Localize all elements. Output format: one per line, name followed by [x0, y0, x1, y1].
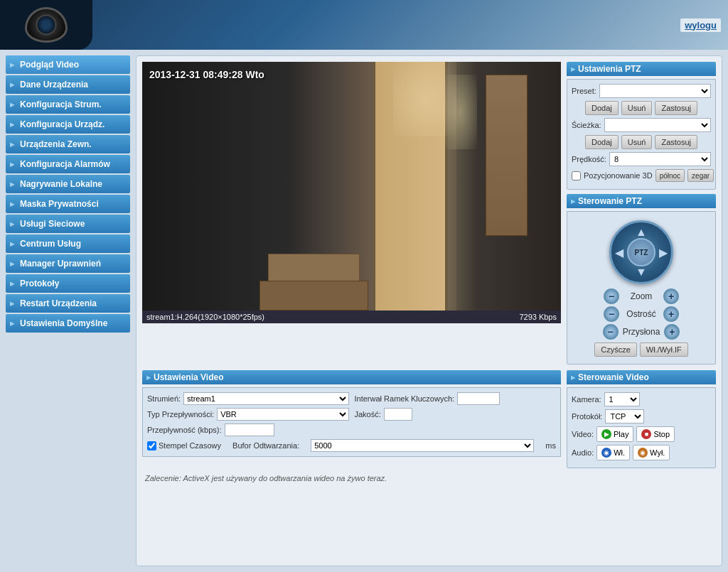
video-settings-body: Strumień: stream1 Interwał Ramek Kluczow…	[142, 387, 561, 457]
audio-on-icon: ◉	[601, 448, 611, 458]
main-container: Podgląd Video Dane Urządzenia Konfigurac…	[0, 50, 728, 572]
stop-icon: ■	[641, 429, 651, 439]
stream-select[interactable]: stream1	[183, 392, 348, 405]
video-control: Sterowanie Video Kamera: 1 Protokół:	[567, 370, 716, 468]
sidebar-item-external-devices[interactable]: Urządzenia Zewn.	[6, 135, 130, 153]
ptz-panel-header: Ustawienia PTZ	[567, 62, 716, 76]
keyframe-label: Interwał Ramek Kluczowych:	[355, 394, 455, 403]
bitrate-display: 7293 Kbps	[519, 313, 557, 321]
quality-input[interactable]	[384, 408, 412, 421]
video-playback-row: Video: ▶ Play ■ Stop	[572, 426, 711, 442]
camera-label: Kamera:	[572, 395, 601, 404]
sidebar-item-local-recording[interactable]: Nagrywanie Lokalne	[6, 175, 130, 193]
iris-plus-button[interactable]: +	[664, 324, 680, 340]
ptz-left-arrow: ◀	[615, 246, 623, 259]
path-label: Ścieżka:	[572, 121, 601, 129]
stop-button[interactable]: ■ Stop	[636, 426, 675, 442]
preset-apply-button[interactable]: Zastosuj	[655, 101, 697, 115]
path-row: Ścieżka:	[572, 118, 711, 132]
speed-label: Prędkość:	[572, 155, 606, 163]
ptz-panel-body: Preset: Dodaj Usuń Zastosuj Ścieżka:	[567, 79, 716, 190]
preset-remove-button[interactable]: Usuń	[621, 101, 653, 115]
zoom-label: Zoom	[623, 291, 659, 301]
zoom-minus-button[interactable]: −	[604, 288, 619, 304]
bitrate-label: Przepływność (kbps):	[147, 426, 222, 434]
preset-add-button[interactable]: Dodaj	[585, 101, 619, 115]
sidebar-item-alarm-config[interactable]: Konfiguracja Alarmów	[6, 155, 130, 173]
north-button[interactable]: północ	[655, 169, 685, 182]
audio-off-button[interactable]: ◉ Wył.	[633, 445, 670, 460]
content-area: 2013-12-31 08:49:28 Wto stream1:H.264(19…	[136, 55, 722, 566]
ptz-extra-btn-row: Czyścze Wł./Wył.IF	[572, 342, 711, 357]
play-button[interactable]: ▶ Play	[596, 426, 633, 442]
clear-button[interactable]: Czyścze	[594, 342, 637, 357]
ptz-joystick[interactable]: ▲ ▼ ◀ ▶ PTZ	[572, 220, 711, 284]
timestamp-buffer-row: Stempel Czasowy Bufor Odtwarzania: 5000 …	[147, 439, 556, 452]
buffer-select[interactable]: 5000	[311, 439, 534, 452]
preset-select[interactable]	[599, 84, 711, 98]
video-control-body: Kamera: 1 Protokół: TCP Video:	[567, 387, 716, 468]
bottom-section: Ustawienia Video Strumień: stream1 Inter…	[142, 370, 716, 468]
path-add-button[interactable]: Dodaj	[585, 135, 619, 149]
path-select[interactable]	[604, 118, 711, 132]
bitrate-input[interactable]: 3000	[225, 423, 274, 436]
focus-minus-button[interactable]: −	[604, 306, 619, 322]
focus-label: Ostrość	[623, 309, 659, 319]
video-bottom-bar: stream1:H.264(1920×1080*25fps) 7293 Kbps	[142, 311, 561, 323]
positioning-checkbox[interactable]	[572, 171, 581, 180]
stream-info: stream1:H.264(1920×1080*25fps)	[146, 313, 264, 321]
path-apply-button[interactable]: Zastosuj	[655, 135, 697, 149]
clock-button[interactable]: zegar	[687, 169, 714, 182]
zoom-plus-button[interactable]: +	[663, 288, 679, 304]
path-remove-button[interactable]: Usuń	[621, 135, 653, 149]
video-control-header: Sterowanie Video	[567, 370, 716, 384]
iris-row: − Przysłona +	[572, 324, 711, 340]
iris-minus-button[interactable]: −	[603, 324, 619, 340]
positioning-label: Pozycjonowanie 3D	[584, 171, 653, 180]
type-label: Typ Przepływności:	[147, 410, 214, 419]
sidebar-item-permissions[interactable]: Manager Uprawnień	[6, 254, 130, 273]
sidebar-item-device-data[interactable]: Dane Urządzenia	[6, 75, 130, 94]
sidebar-item-service-center[interactable]: Centrum Usług	[6, 234, 130, 253]
ptz-circle[interactable]: ▲ ▼ ◀ ▶ PTZ	[609, 220, 673, 284]
protocol-select[interactable]: TCP	[605, 409, 644, 423]
onoff-button[interactable]: Wł./Wył.IF	[640, 342, 688, 357]
sidebar-item-restart[interactable]: Restart Urządzenia	[6, 294, 130, 313]
keyframe-input[interactable]	[457, 392, 500, 405]
sidebar-item-device-config[interactable]: Konfiguracja Urządz.	[6, 115, 130, 134]
sidebar: Podgląd Video Dane Urządzenia Konfigurac…	[6, 55, 130, 566]
header: wylogu	[0, 0, 728, 50]
keyframe-row: Interwał Ramek Kluczowych:	[355, 392, 557, 405]
audio-on-button[interactable]: ◉ Wł.	[596, 445, 630, 460]
speed-select[interactable]: 8	[609, 152, 711, 166]
sidebar-item-privacy-mask[interactable]: Maska Prywatności	[6, 195, 130, 213]
video-screen[interactable]: 2013-12-31 08:49:28 Wto	[142, 62, 561, 311]
buffer-unit: ms	[545, 441, 556, 450]
protocol-row: Protokół: TCP	[572, 409, 711, 423]
camera-row: Kamera: 1	[572, 392, 711, 406]
video-settings: Ustawienia Video Strumień: stream1 Inter…	[142, 370, 561, 468]
sidebar-item-network-services[interactable]: Usługi Sieciowe	[6, 215, 130, 233]
sidebar-item-protocols[interactable]: Protokoły	[6, 274, 130, 293]
ptz-down-arrow: ▼	[636, 266, 647, 279]
ptz-center-button[interactable]: PTZ	[627, 238, 655, 266]
bitrate-row: Przepływność (kbps): 3000	[147, 423, 349, 436]
timestamp-checkbox[interactable]	[147, 441, 156, 450]
ptz-section: Ustawienia PTZ Preset: Dodaj Usuń Zastos…	[567, 62, 716, 365]
sidebar-item-stream-config[interactable]: Konfiguracja Strum.	[6, 95, 130, 114]
sidebar-item-defaults[interactable]: Ustawienia Domyślne	[6, 314, 130, 333]
audio-row: Audio: ◉ Wł. ◉ Wył.	[572, 445, 711, 460]
camera-icon	[25, 7, 68, 43]
audio-label: Audio:	[572, 448, 594, 457]
camera-select[interactable]: 1	[604, 392, 640, 406]
focus-plus-button[interactable]: +	[663, 306, 679, 322]
type-select[interactable]: VBR	[217, 408, 348, 421]
path-btn-row: Dodaj Usuń Zastosuj	[572, 135, 711, 149]
audio-off-icon: ◉	[638, 448, 648, 458]
video-player: 2013-12-31 08:49:28 Wto stream1:H.264(19…	[142, 62, 561, 365]
speed-row: Prędkość: 8	[572, 152, 711, 166]
type-row: Typ Przepływności: VBR	[147, 408, 349, 421]
sidebar-item-video-preview[interactable]: Podgląd Video	[6, 55, 130, 74]
play-icon: ▶	[601, 429, 611, 439]
logout-link[interactable]: wylogu	[680, 18, 721, 32]
